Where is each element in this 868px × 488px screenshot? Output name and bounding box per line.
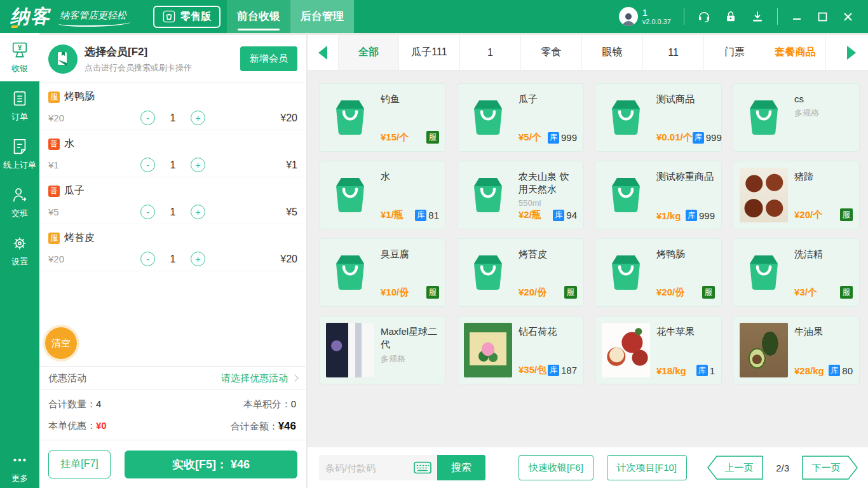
category-tab[interactable]: 瓜子111 (399, 35, 460, 70)
tab-back-admin[interactable]: 后台管理 (290, 0, 354, 33)
category-tab[interactable]: 全部 (338, 35, 399, 70)
cart-item-controls: ¥20 - 1 + ¥20 (48, 252, 297, 266)
summary-discount: 本单优惠：¥0 (48, 420, 172, 433)
summary-total: 合计金额：¥46 (172, 420, 296, 433)
barcode-input[interactable] (325, 463, 414, 473)
stock-badge-icon: 库 (553, 210, 564, 221)
category-scroll-left-button[interactable] (308, 35, 338, 70)
minimize-button[interactable] (790, 10, 803, 23)
product-card[interactable]: 烤苔皮 ¥20/份 服 (457, 238, 584, 307)
increase-quantity-button[interactable]: + (191, 205, 205, 219)
member-title: 选择会员[F2] (85, 44, 192, 59)
hold-order-button[interactable]: 挂单[F7] (48, 451, 111, 478)
increase-quantity-button[interactable]: + (191, 252, 205, 266)
product-card[interactable]: 钓鱼 ¥15/个 服 (319, 83, 446, 152)
product-name: 钻石荷花 (519, 325, 577, 338)
product-price: ¥10/份 (381, 287, 409, 299)
product-grid: 钓鱼 ¥15/个 服 瓜子 ¥5/个 库 999 (308, 71, 868, 447)
product-bag-icon (327, 95, 373, 140)
decrease-quantity-button[interactable]: - (140, 205, 155, 219)
edition-button[interactable]: 零售版 (153, 6, 220, 28)
customer-service-icon[interactable] (697, 10, 711, 24)
increase-quantity-button[interactable]: + (191, 158, 205, 172)
category-tab[interactable]: 零食 (521, 35, 582, 70)
member-card-icon[interactable] (48, 44, 78, 74)
product-info: 牛油果 ¥28/kg 库 80 (794, 323, 853, 377)
user-block[interactable]: 1 v2.0.0.37 (619, 7, 671, 26)
search-button[interactable]: 搜索 (437, 455, 485, 480)
product-card[interactable]: cs 多规格 (733, 83, 860, 152)
summary-qty-value: 4 (96, 398, 101, 409)
cart-item-name: 水 (64, 137, 74, 151)
product-stock: 库 999 (548, 132, 577, 144)
sidebar-item-shift-change[interactable]: 交班 (0, 178, 39, 226)
cart-item-name: 烤苔皮 (64, 231, 95, 245)
product-card[interactable]: 钻石荷花 ¥35/包 库 187 (457, 316, 584, 384)
quantity-stepper: - 1 + (104, 158, 241, 172)
next-page-button[interactable]: 下一页 (802, 456, 858, 480)
product-card[interactable]: 水 ¥1/瓶 库 81 (319, 161, 446, 229)
promo-action-label: 请选择优惠活动 (221, 372, 288, 384)
category-tab[interactable]: 11 (643, 35, 704, 70)
product-card[interactable]: 猪蹄 ¥20/个 服 (733, 161, 860, 229)
pay-button[interactable]: 实收[F5]： ¥46 (125, 451, 297, 478)
promo-select[interactable]: 请选择优惠活动 (221, 372, 297, 384)
sidebar-item-orders[interactable]: 订单 (0, 81, 39, 130)
tab-front-cashier[interactable]: 前台收银 (227, 0, 290, 33)
decrease-quantity-button[interactable]: - (140, 158, 155, 172)
product-spec: 550ml (519, 198, 577, 208)
summary-discount-value: ¥0 (96, 420, 107, 431)
product-card[interactable]: 测试称重商品 ¥1/kg 库 999 (595, 161, 722, 229)
decrease-quantity-button[interactable]: - (140, 252, 155, 266)
decrease-quantity-button[interactable]: - (140, 111, 155, 125)
product-card[interactable]: 牛油果 ¥28/kg 库 80 (733, 316, 860, 384)
product-bag-icon (741, 95, 787, 140)
count-item-button[interactable]: 计次项目[F10] (607, 455, 687, 480)
cart-item-unit-price: ¥20 (48, 254, 104, 264)
category-tab[interactable]: 套餐商品 (765, 35, 826, 70)
product-card[interactable]: Maxfel星球二代 多规格 (319, 316, 446, 384)
product-meta: ¥18/kg 库 1 (656, 365, 715, 377)
product-price: ¥28/kg (794, 365, 824, 376)
product-card[interactable]: 臭豆腐 ¥10/份 服 (319, 238, 446, 307)
add-member-button[interactable]: 新增会员 (240, 46, 297, 71)
sidebar-item-more[interactable]: 更多 (0, 446, 39, 488)
category-tab-label: 全部 (358, 46, 379, 59)
sidebar-item-online-orders[interactable]: 线上订单 (0, 130, 39, 178)
prev-page-button[interactable]: 上一页 (707, 456, 763, 480)
keyboard-icon[interactable] (414, 461, 431, 474)
maximize-button[interactable] (816, 10, 829, 23)
summary-qty: 合计数量：4 (48, 398, 172, 410)
product-card[interactable]: 花牛苹果 ¥18/kg 库 1 (595, 316, 722, 384)
lock-icon[interactable] (724, 10, 738, 24)
product-name: 测试商品 (656, 93, 715, 105)
product-name: cs (794, 93, 853, 105)
category-tab-label: 零食 (541, 46, 562, 59)
quick-cashier-button[interactable]: 快速收银[F6] (519, 455, 593, 480)
download-icon[interactable] (750, 10, 764, 24)
clear-cart-button[interactable]: 清空 (45, 327, 77, 359)
increase-quantity-button[interactable]: + (191, 111, 205, 125)
next-page-label: 下一页 (812, 462, 841, 473)
product-card[interactable]: 烤鸭肠 ¥20/份 服 (595, 238, 722, 307)
member-select[interactable]: 选择会员[F2] 点击进行会员搜索或刷卡操作 (85, 44, 192, 74)
category-tab[interactable]: 眼镜 (582, 35, 643, 70)
sidebar-item-cashier[interactable]: ¥ 收银 (0, 33, 39, 81)
close-button[interactable] (841, 10, 854, 23)
category-tab[interactable]: 门票 (704, 35, 765, 70)
product-meta: ¥3/个 服 (794, 286, 853, 300)
quantity-stepper: - 1 + (104, 111, 241, 125)
category-scroll-right-button[interactable] (835, 35, 868, 70)
sidebar-item-settings[interactable]: 设置 (0, 226, 39, 274)
product-image (464, 168, 512, 222)
product-card[interactable]: 农夫山泉 饮用天然水550ml 550ml ¥2/瓶 库 94 (457, 161, 584, 229)
product-card[interactable]: 测试商品 ¥0.01/个 库 999 (595, 83, 722, 152)
product-image (602, 245, 650, 300)
product-card[interactable]: 瓜子 ¥5/个 库 999 (457, 83, 584, 152)
category-tab-label: 11 (668, 47, 679, 58)
category-tab[interactable]: 1 (460, 35, 521, 70)
product-card[interactable]: 洗洁精 ¥3/个 服 (733, 238, 860, 307)
prev-page-label: 上一页 (725, 462, 754, 473)
product-name: 猪蹄 (794, 170, 853, 183)
product-price: ¥18/kg (656, 365, 686, 376)
